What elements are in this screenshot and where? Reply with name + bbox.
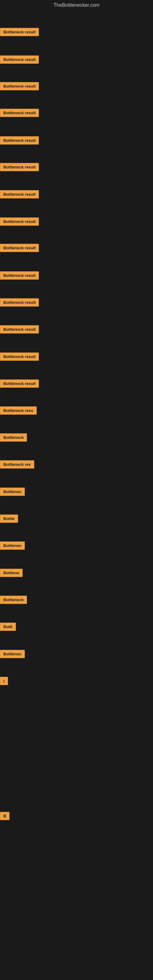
bottleneck-result-item: Bottleneck result [0, 218, 39, 226]
bottleneck-badge: Bottleneck result [0, 218, 39, 226]
bottleneck-badge: Bottle [0, 514, 18, 523]
bottleneck-result-item: Bottleneck result [0, 28, 39, 36]
bottleneck-badge: Bottleneck result [0, 325, 39, 334]
bottleneck-result-item: Bottlene [0, 569, 22, 577]
bottleneck-badge: Bottleneck res [0, 460, 34, 469]
bottleneck-badge: Bottleneck result [0, 82, 39, 90]
bottleneck-result-item: Bottleneck result [0, 136, 39, 145]
bottleneck-badge: Bottlenec [0, 488, 25, 496]
bottleneck-badge: Bottleneck result [0, 271, 39, 280]
bottleneck-result-item: B [0, 812, 10, 820]
bottleneck-badge: Bottl [0, 623, 16, 631]
bottleneck-result-item: Bottleneck result [0, 325, 39, 334]
bottleneck-badge: Bottleneck result [0, 244, 39, 252]
bottleneck-result-item: Bottleneck result [0, 353, 39, 361]
bottleneck-result-item: | [0, 677, 8, 685]
bottleneck-badge: Bottleneck result [0, 379, 39, 388]
bottleneck-badge: Bottleneck result [0, 190, 39, 199]
bottleneck-badge: Bottleneck result [0, 56, 39, 64]
bottleneck-result-item: Bottl [0, 623, 16, 631]
site-title: TheBottlenecker.com [0, 0, 153, 10]
bottleneck-badge: | [0, 677, 8, 685]
bottleneck-badge: Bottleneck result [0, 298, 39, 307]
bottleneck-badge: Bottleneck result [0, 353, 39, 361]
bottleneck-result-item: Bottleneck result [0, 190, 39, 199]
bottleneck-badge: Bottleneck [0, 433, 27, 442]
bottleneck-badge: Bottleneck [0, 596, 27, 604]
bottleneck-badge: Bottleneck result [0, 136, 39, 145]
bottleneck-result-item: Bottleneck resu [0, 406, 37, 415]
bottleneck-badge: Bottlenec [0, 541, 25, 550]
bottleneck-result-item: Bottleneck result [0, 163, 39, 171]
bottleneck-badge: B [0, 812, 10, 820]
bottleneck-result-item: Bottleneck result [0, 379, 39, 388]
bottleneck-result-item: Bottleneck result [0, 244, 39, 252]
bottleneck-badge: Bottlenec [0, 650, 25, 658]
bottleneck-result-item: Bottlenec [0, 541, 25, 550]
bottleneck-result-item: Bottlenec [0, 488, 25, 496]
bottleneck-badge: Bottleneck result [0, 163, 39, 171]
bottleneck-result-item: Bottleneck result [0, 56, 39, 64]
bottleneck-result-item: Bottleneck result [0, 82, 39, 90]
bottleneck-result-item: Bottleneck result [0, 298, 39, 307]
bottleneck-result-item: Bottleneck result [0, 271, 39, 280]
bottleneck-badge: Bottlene [0, 569, 22, 577]
bottleneck-badge: Bottleneck result [0, 109, 39, 117]
bottleneck-result-item: Bottleneck [0, 433, 27, 442]
bottleneck-result-item: Bottleneck result [0, 109, 39, 117]
bottleneck-result-item: Bottleneck res [0, 460, 34, 469]
bottleneck-result-item: Bottleneck [0, 596, 27, 604]
bottleneck-result-item: Bottlenec [0, 650, 25, 658]
bottleneck-badge: Bottleneck resu [0, 406, 37, 415]
bottleneck-result-item: Bottle [0, 514, 18, 523]
bottleneck-badge: Bottleneck result [0, 28, 39, 36]
